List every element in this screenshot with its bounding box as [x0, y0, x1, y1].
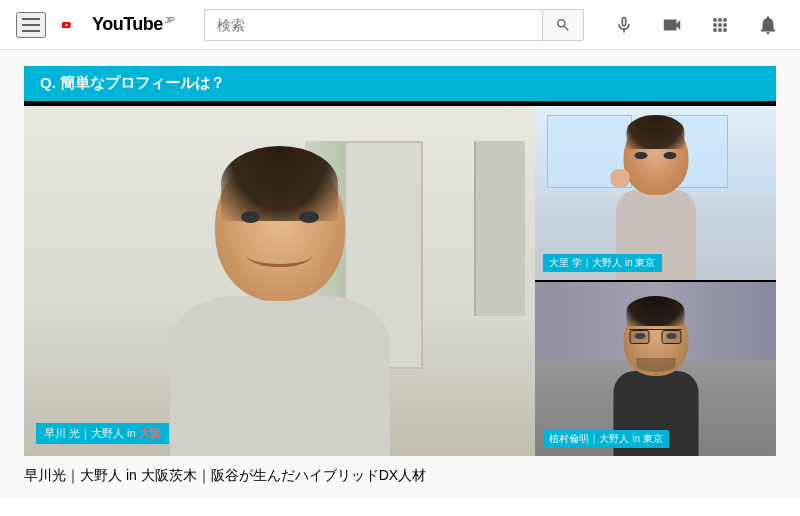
- bell-icon: [757, 14, 779, 36]
- main-speaker-location-highlight: 大阪: [139, 427, 161, 439]
- notifications-button[interactable]: [752, 9, 784, 41]
- bottom-eye-right: [666, 333, 676, 339]
- search-form: [204, 9, 584, 41]
- youtube-logo-icon: [62, 15, 90, 35]
- main-content: Q. 簡単なプロフィールは？ 早川 光｜大野: [0, 50, 800, 498]
- top-speaker-panel: 大里 学｜大野人 in 東京: [535, 106, 776, 280]
- apps-icon: [710, 15, 730, 35]
- eye-left: [241, 211, 261, 223]
- search-icon: [555, 17, 571, 33]
- youtube-wordmark: YouTube: [92, 14, 163, 34]
- smile: [247, 244, 312, 267]
- wall-element: [474, 141, 525, 316]
- mic-icon: [614, 15, 634, 35]
- video-question-text: Q. 簡単なプロフィールは？: [40, 74, 225, 91]
- bottom-speaker-face: [623, 304, 688, 376]
- apps-button[interactable]: [704, 9, 736, 41]
- header: YouTubeJP: [0, 0, 800, 50]
- bottom-eye-left: [635, 333, 645, 339]
- top-eye-left: [635, 152, 648, 160]
- hand: [610, 169, 630, 188]
- bottom-speaker-label: 植村倫明｜大野人 in 東京: [543, 430, 668, 448]
- main-speaker-label: 早川 光｜大野人 in 大阪: [36, 423, 169, 444]
- logo-suffix: JP: [165, 15, 175, 25]
- create-icon: [661, 14, 683, 36]
- main-speaker-face: [215, 151, 345, 301]
- hamburger-menu-button[interactable]: [16, 12, 46, 38]
- eye-right: [299, 211, 319, 223]
- bottom-hair: [626, 296, 685, 326]
- search-input[interactable]: [204, 9, 542, 41]
- search-button[interactable]: [542, 9, 584, 41]
- video-player[interactable]: Q. 簡単なプロフィールは？ 早川 光｜大野: [24, 66, 776, 456]
- main-speaker-name: 早川 光｜大野人 in: [44, 427, 139, 439]
- logo-area: YouTubeJP: [62, 14, 174, 35]
- video-title: 早川光｜大野人 in 大阪茨木｜阪谷が生んだハイブリッドDX人材: [24, 466, 776, 486]
- top-hair: [626, 115, 685, 149]
- bottom-speaker-panel: 植村倫明｜大野人 in 東京: [535, 282, 776, 456]
- header-icons: [608, 9, 784, 41]
- side-panels: 大里 学｜大野人 in 東京: [535, 106, 776, 456]
- main-speaker-panel: 早川 光｜大野人 in 大阪: [24, 106, 535, 456]
- top-speaker-face: [623, 120, 688, 195]
- beard: [636, 358, 675, 372]
- video-question-bar: Q. 簡単なプロフィールは？: [24, 66, 776, 101]
- top-speaker-label: 大里 学｜大野人 in 東京: [543, 254, 661, 272]
- hair: [221, 146, 338, 221]
- main-speaker-body: [170, 296, 390, 456]
- voice-search-button[interactable]: [608, 9, 640, 41]
- top-eye-right: [664, 152, 677, 160]
- logo-text: YouTubeJP: [92, 14, 174, 35]
- create-button[interactable]: [656, 9, 688, 41]
